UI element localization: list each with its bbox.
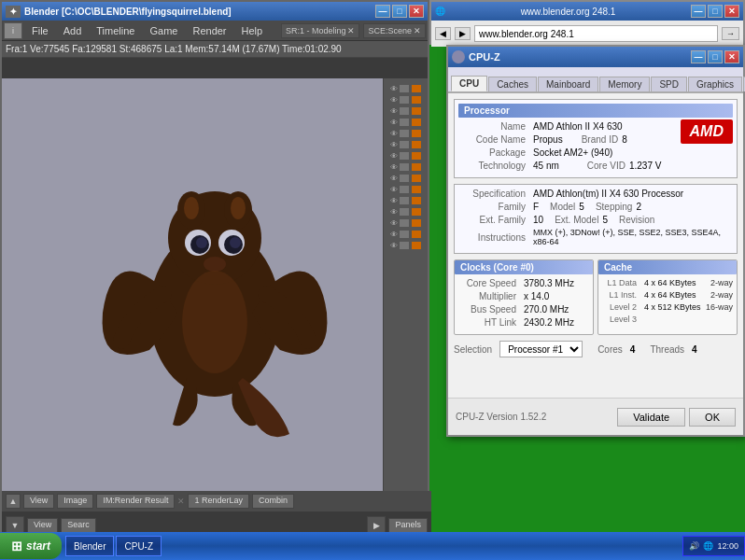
menu-timeline[interactable]: Timeline: [89, 21, 142, 41]
cpuz-body: Processor AMD Name AMD Athlon II X4 630 …: [448, 93, 743, 399]
taskbar-blender[interactable]: Blender: [65, 536, 114, 556]
view-btn-right[interactable]: View: [27, 518, 58, 533]
layer-color-1[interactable]: [411, 84, 422, 93]
scene-selector-close[interactable]: ✕: [347, 26, 355, 35]
ext-model-label: Ext. Model: [555, 215, 598, 225]
taskbar-cpuz[interactable]: CPU-Z: [116, 536, 162, 556]
browser-url-input[interactable]: [474, 25, 718, 42]
minimize-button[interactable]: —: [375, 5, 390, 18]
layer-color-5[interactable]: [411, 129, 422, 138]
eye-icon-2[interactable]: 👁: [390, 96, 398, 105]
browser-go[interactable]: →: [722, 27, 739, 40]
render-layer-btn[interactable]: 1 RenderLay: [188, 494, 249, 509]
instructions-row: Instructions MMX (+), 3DNow! (+), SSE, S…: [458, 228, 733, 246]
layer-icon-10[interactable]: [399, 185, 410, 194]
cpuz-close[interactable]: ✕: [724, 50, 739, 63]
layer-icon-12[interactable]: [399, 207, 410, 217]
viewport[interactable]: [2, 78, 428, 491]
eye-icon-14[interactable]: 👁: [390, 231, 398, 239]
layer-color-3[interactable]: [411, 106, 422, 116]
level2-label: Level 2: [602, 302, 644, 312]
eye-icon-1[interactable]: 👁: [390, 85, 398, 93]
tab-mainboard[interactable]: Mainboard: [538, 77, 598, 91]
eye-icon-12[interactable]: 👁: [390, 208, 398, 217]
ok-button[interactable]: OK: [689, 408, 736, 427]
eye-icon-3[interactable]: 👁: [390, 107, 398, 116]
cpuz-maximize[interactable]: □: [708, 50, 723, 63]
start-button[interactable]: ⊞ start: [0, 533, 62, 559]
tab-caches[interactable]: Caches: [488, 77, 537, 91]
eye-icon-8[interactable]: 👁: [390, 163, 398, 172]
core-speed-row: Core Speed 3780.3 MHz: [458, 278, 589, 288]
browser-close[interactable]: ✕: [724, 5, 739, 18]
layer-color-2[interactable]: [411, 95, 422, 105]
layer-row-9: 👁: [390, 174, 422, 183]
menu-game[interactable]: Game: [142, 21, 185, 41]
layer-color-12[interactable]: [411, 207, 422, 217]
layer-icon-11[interactable]: [399, 196, 410, 205]
scene-name[interactable]: SCE:Scene ✕: [363, 23, 426, 38]
layer-color-11[interactable]: [411, 196, 422, 205]
eye-icon-15[interactable]: 👁: [390, 242, 398, 250]
layer-icon-7[interactable]: [399, 151, 410, 161]
layer-icon-14[interactable]: [399, 230, 410, 239]
layer-icon-9[interactable]: [399, 174, 410, 183]
layer-color-13[interactable]: [411, 218, 422, 228]
model-label: Model: [550, 202, 575, 212]
layer-icon-3[interactable]: [399, 106, 410, 116]
browser-maximize[interactable]: □: [708, 5, 723, 18]
eye-icon-6[interactable]: 👁: [390, 141, 398, 149]
tab-spd[interactable]: SPD: [651, 77, 687, 91]
layer-row-7: 👁: [390, 151, 422, 161]
image-btn[interactable]: Image: [57, 494, 93, 509]
layer-color-7[interactable]: [411, 151, 422, 161]
eye-icon-9[interactable]: 👁: [390, 175, 398, 183]
view-btn[interactable]: View: [23, 494, 54, 509]
tab-memory[interactable]: Memory: [599, 77, 650, 91]
browser-forward[interactable]: ▶: [455, 27, 471, 40]
combin-btn[interactable]: Combin: [252, 494, 294, 509]
layer-icon-13[interactable]: [399, 218, 410, 228]
eye-icon-11[interactable]: 👁: [390, 197, 398, 205]
eye-icon-13[interactable]: 👁: [390, 219, 398, 228]
layer-color-4[interactable]: [411, 118, 422, 127]
cpuz-minimize[interactable]: —: [691, 50, 706, 63]
layer-color-6[interactable]: [411, 140, 422, 149]
render-result-btn[interactable]: IM:Render Result: [96, 494, 175, 509]
layer-color-9[interactable]: [411, 174, 422, 183]
validate-button[interactable]: Validate: [617, 408, 685, 427]
browser-minimize[interactable]: —: [691, 5, 706, 18]
panels-btn[interactable]: Panels: [388, 518, 428, 533]
layer-color-10[interactable]: [411, 185, 422, 194]
layer-icon-1[interactable]: [399, 84, 410, 93]
eye-icon-5[interactable]: 👁: [390, 130, 398, 138]
layer-color-14[interactable]: [411, 230, 422, 239]
layer-icon-4[interactable]: [399, 118, 410, 127]
menu-file[interactable]: File: [24, 21, 56, 41]
processor-selector[interactable]: Processor #1: [499, 341, 583, 357]
l1-inst-way: 2-way: [710, 290, 733, 300]
tab-graphics[interactable]: Graphics: [688, 77, 742, 91]
menu-render[interactable]: Render: [185, 21, 233, 41]
maximize-button[interactable]: □: [392, 5, 407, 18]
layer-color-8[interactable]: [411, 162, 422, 172]
layer-row-8: 👁: [390, 162, 422, 172]
eye-icon-10[interactable]: 👁: [390, 186, 398, 194]
layer-icon-8[interactable]: [399, 162, 410, 172]
close-button[interactable]: ✕: [409, 5, 424, 18]
eye-icon-7[interactable]: 👁: [390, 152, 398, 161]
image-btn-right[interactable]: Searc: [61, 518, 96, 533]
menu-help[interactable]: Help: [234, 21, 271, 41]
tab-cpu[interactable]: CPU: [451, 76, 487, 91]
layer-icon-15[interactable]: [399, 241, 410, 250]
view-menu-icon[interactable]: ▲: [6, 494, 21, 509]
layer-icon-2[interactable]: [399, 95, 410, 105]
scene-name-close[interactable]: ✕: [414, 26, 421, 35]
layer-icon-5[interactable]: [399, 129, 410, 138]
menu-add[interactable]: Add: [56, 21, 90, 41]
layer-icon-6[interactable]: [399, 140, 410, 149]
scene-selector[interactable]: SR:1 - Modeling ✕: [281, 23, 360, 38]
browser-back[interactable]: ◀: [435, 27, 451, 40]
eye-icon-4[interactable]: 👁: [390, 119, 398, 127]
layer-color-15[interactable]: [411, 241, 422, 250]
